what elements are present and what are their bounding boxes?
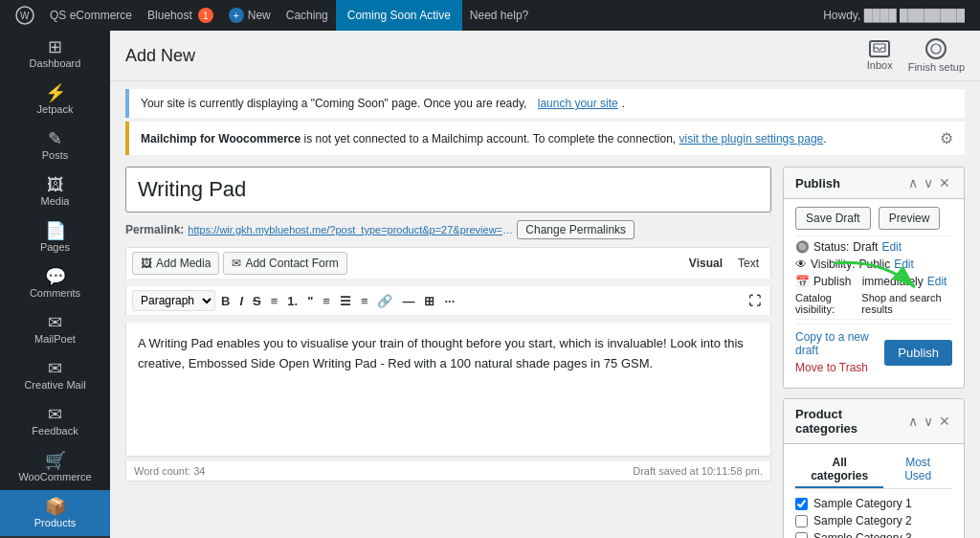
sidebar-item-pages[interactable]: 📄 Pages <box>0 214 110 260</box>
sidebar-item-posts[interactable]: ✎ Posts <box>0 123 110 168</box>
catalog-label: Catalog visibility: <box>795 292 858 315</box>
editor-panel: Permalink: https://wir.gkh.mybluehost.me… <box>125 167 771 538</box>
new-item[interactable]: + New <box>221 0 278 31</box>
site-name[interactable]: QS eCommerce <box>42 0 140 31</box>
posts-icon: ✎ <box>48 130 62 147</box>
pages-icon: 📄 <box>45 222 66 239</box>
coming-soon-item[interactable]: Coming Soon Active <box>336 0 462 31</box>
copy-to-draft-link[interactable]: Copy to a new draft <box>795 330 884 357</box>
category-row-1: Sample Category 1 <box>795 497 952 510</box>
categories-down-btn[interactable]: ∨ <box>922 414 935 429</box>
visibility-value: Public <box>858 258 890 271</box>
wp-logo[interactable]: W <box>8 0 42 31</box>
bluehost-item[interactable]: Bluehost 1 <box>140 0 221 31</box>
finish-setup-icon <box>925 38 947 59</box>
bold-btn[interactable]: B <box>217 292 234 310</box>
need-help-item[interactable]: Need help? <box>462 0 536 31</box>
product-categories-panel: Product categories ∧ ∨ ✕ All categories … <box>783 398 965 538</box>
text-tab-btn[interactable]: Text <box>732 255 765 272</box>
sidebar-item-comments[interactable]: 💬 Comments <box>0 260 110 306</box>
sidebar-item-woocommerce[interactable]: 🛒 WooCommerce <box>0 444 110 490</box>
visibility-label: Visibility: <box>811 258 855 271</box>
category-checkbox-3[interactable] <box>795 532 808 539</box>
move-to-trash-link[interactable]: Move to Trash <box>795 361 884 374</box>
editor-body[interactable]: A Writing Pad enables you to visualise y… <box>125 323 771 457</box>
italic-btn[interactable]: I <box>235 292 247 310</box>
sidebar-item-feedback[interactable]: ✉ Feedback <box>0 398 110 444</box>
save-draft-btn[interactable]: Save Draft <box>795 207 871 230</box>
post-title-input[interactable] <box>125 167 771 213</box>
status-edit-link[interactable]: Edit <box>881 240 902 254</box>
permalink-label: Permalink: <box>125 223 184 236</box>
draft-saved: Draft saved at 10:11:58 pm. <box>633 465 763 477</box>
editor-toolbar: 🖼 Add Media ✉ Add Contact Form Visual Te… <box>125 247 771 279</box>
feedback-icon: ✉ <box>48 406 62 423</box>
publish-when-edit-link[interactable]: Edit <box>927 275 947 288</box>
header-bar: Add New Inbox Finish setup <box>110 31 980 81</box>
inbox-icon <box>869 40 890 57</box>
add-contact-form-btn[interactable]: ✉ Add Contact Form <box>223 252 346 275</box>
main-content: Add New Inbox Finish setup Your site i <box>110 31 980 538</box>
change-permalinks-btn[interactable]: Change Permalinks <box>517 220 635 239</box>
blockquote-btn[interactable]: " <box>303 292 317 310</box>
publish-label: Publish <box>813 275 851 288</box>
panel-down-btn[interactable]: ∨ <box>922 175 935 191</box>
category-checkbox-2[interactable] <box>795 515 808 527</box>
link-btn[interactable]: 🔗 <box>373 292 396 310</box>
dashboard-icon: ⊞ <box>48 38 62 56</box>
add-media-icon: 🖼 <box>141 257 152 270</box>
launch-site-link[interactable]: launch your site <box>538 97 618 110</box>
sidebar-item-products[interactable]: 📦 Products <box>0 490 110 536</box>
ordered-list-btn[interactable]: 1. <box>283 292 301 310</box>
categories-up-btn[interactable]: ∧ <box>906 414 920 429</box>
status-row: 🔘 Status: Draft Edit <box>795 240 952 254</box>
visual-tab-btn[interactable]: Visual <box>683 255 728 272</box>
caching-item[interactable]: Caching <box>278 0 336 31</box>
publish-btn[interactable]: Publish <box>884 340 952 366</box>
category-label-3: Sample Category 3 <box>813 531 912 538</box>
categories-close-btn[interactable]: ✕ <box>937 414 952 429</box>
publish-when: immediately <box>862 275 924 288</box>
sidebar-item-creativemail[interactable]: ✉ Creative Mail <box>0 352 110 398</box>
finish-setup-label: Finish setup <box>908 61 965 73</box>
creativemail-icon: ✉ <box>48 360 62 377</box>
notice-close-icon[interactable]: ⚙ <box>940 129 953 147</box>
horizontal-rule-btn[interactable]: — <box>398 292 418 310</box>
align-right-btn[interactable]: ≡ <box>357 292 372 310</box>
category-checkbox-1[interactable] <box>795 498 808 510</box>
panel-close-btn[interactable]: ✕ <box>937 175 952 191</box>
align-center-btn[interactable]: ☰ <box>336 292 355 310</box>
sidebar-item-jetpack[interactable]: ⚡ Jetpack <box>0 77 110 123</box>
sidebar: ⊞ Dashboard ⚡ Jetpack ✎ Posts 🖼 Media 📄 … <box>0 31 110 538</box>
permalink-url[interactable]: https://wir.gkh.mybluehost.me/?post_type… <box>188 224 513 235</box>
table-btn[interactable]: ⊞ <box>420 292 438 310</box>
inbox-icon-item[interactable]: Inbox <box>867 40 893 71</box>
visibility-row: 👁 Visibility: Public Edit <box>795 258 952 271</box>
coming-soon-notice: Your site is currently displaying a "Com… <box>125 89 965 118</box>
publish-panel: Publish ∧ ∨ ✕ Save Draft Preview <box>783 167 965 389</box>
woocommerce-icon: 🛒 <box>45 452 66 469</box>
sidebar-item-media[interactable]: 🖼 Media <box>0 168 110 214</box>
sidebar-item-mailpoet[interactable]: ✉ MailPoet <box>0 306 110 352</box>
finish-setup-item[interactable]: Finish setup <box>908 38 965 73</box>
all-categories-tab[interactable]: All categories <box>795 452 883 488</box>
more-btn[interactable]: ··· <box>440 292 458 310</box>
products-icon: 📦 <box>45 498 66 515</box>
sidebar-item-dashboard[interactable]: ⊞ Dashboard <box>0 31 110 77</box>
align-left-btn[interactable]: ≡ <box>319 292 334 310</box>
publish-panel-title: Publish <box>795 176 840 191</box>
visibility-icon: 👁 <box>795 258 807 271</box>
categories-panel-body: All categories Most Used Sample Category… <box>784 444 964 538</box>
visibility-edit-link[interactable]: Edit <box>894 258 914 271</box>
plugin-settings-link[interactable]: visit the plugin settings page <box>679 132 824 146</box>
unordered-list-btn[interactable]: ≡ <box>267 292 282 310</box>
svg-point-3 <box>931 44 941 54</box>
add-media-btn[interactable]: 🖼 Add Media <box>132 252 219 275</box>
calendar-icon: 📅 <box>795 275 810 288</box>
fullscreen-btn[interactable]: ⛶ <box>745 292 765 310</box>
preview-btn[interactable]: Preview <box>879 207 941 230</box>
paragraph-select[interactable]: Paragraph <box>132 290 215 311</box>
most-used-tab[interactable]: Most Used <box>883 452 952 488</box>
panel-up-btn[interactable]: ∧ <box>906 175 920 191</box>
strikethrough-btn[interactable]: S <box>249 292 265 310</box>
